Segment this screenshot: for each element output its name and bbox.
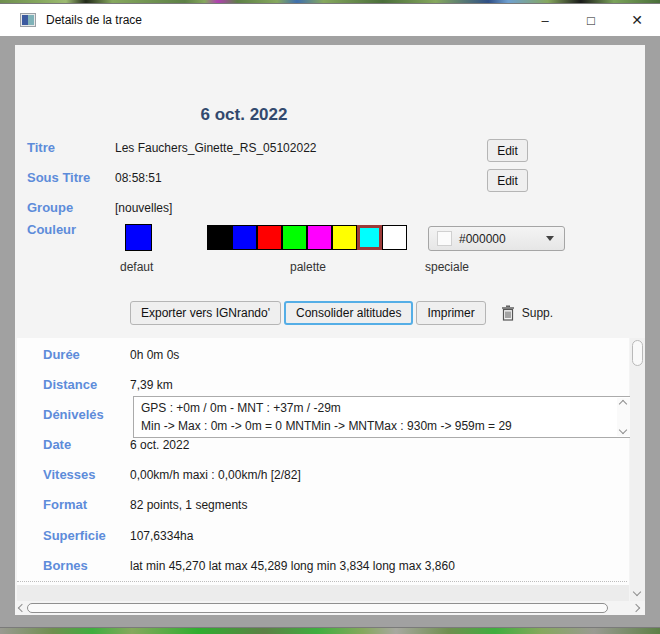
window-title: Details de la trace xyxy=(46,13,142,27)
date-label: Date xyxy=(43,437,71,452)
date-value: 6 oct. 2022 xyxy=(130,438,189,452)
stats-footer-band xyxy=(17,585,629,601)
groupe-label: Groupe xyxy=(27,200,73,215)
scroll-down-icon[interactable] xyxy=(619,426,627,434)
palette-swatch-3[interactable] xyxy=(282,225,307,250)
scroll-down-icon[interactable] xyxy=(633,588,641,596)
horizontal-scrollbar-thumb[interactable] xyxy=(27,603,608,613)
supp-label: Supp. xyxy=(522,306,553,320)
deniveles-scrollbar[interactable] xyxy=(617,398,631,436)
scroll-up-icon[interactable] xyxy=(619,400,627,408)
groupe-value: [nouvelles] xyxy=(115,201,172,215)
vertical-scrollbar[interactable] xyxy=(630,338,645,601)
speciale-color-preview xyxy=(437,231,452,246)
consolider-altitudes-button[interactable]: Consolider altitudes xyxy=(284,301,413,325)
supprimer-control[interactable]: Supp. xyxy=(501,305,553,321)
palette-swatch-2[interactable] xyxy=(257,225,282,250)
chevron-down-icon xyxy=(546,236,554,241)
palette-swatch-4[interactable] xyxy=(307,225,332,250)
actions-row: Exporter vers IGNrando' Consolider altit… xyxy=(130,301,553,325)
trash-icon[interactable] xyxy=(501,305,515,321)
track-date-header: 6 oct. 2022 xyxy=(15,105,473,125)
format-label: Format xyxy=(43,497,87,512)
deniveles-line2: Min -> Max : 0m -> 0m = 0 MNTMin -> MNTM… xyxy=(141,417,614,435)
defaut-caption: defaut xyxy=(120,260,153,274)
palette-swatches xyxy=(207,225,407,250)
superficie-label: Superficie xyxy=(43,528,106,543)
titlebar-controls: – □ ✕ xyxy=(522,4,660,36)
background-map-bottom xyxy=(0,627,660,634)
defaut-swatch[interactable] xyxy=(125,224,152,251)
superficie-value: 107,6334ha xyxy=(130,529,193,543)
vitesses-label: Vitesses xyxy=(43,467,96,482)
deniveles-textbox[interactable]: GPS : +0m / 0m - MNT : +37m / -29m Min -… xyxy=(133,396,633,438)
sous-titre-label: Sous Titre xyxy=(27,170,90,185)
app-icon xyxy=(20,12,36,28)
minimize-button[interactable]: – xyxy=(522,4,568,36)
palette-swatch-0[interactable] xyxy=(207,225,232,250)
vitesses-value: 0,00km/h maxi : 0,00km/h [2/82] xyxy=(130,468,301,482)
duree-value: 0h 0m 0s xyxy=(130,348,179,362)
title-bar: Details de la trace – □ ✕ xyxy=(0,4,660,36)
palette-swatch-1[interactable] xyxy=(232,225,257,250)
couleur-label: Couleur xyxy=(27,222,76,237)
scroll-left-icon[interactable] xyxy=(18,604,26,612)
sous-titre-value: 08:58:51 xyxy=(115,171,162,185)
format-value: 82 points, 1 segments xyxy=(130,498,247,512)
bornes-value: lat min 45,270 lat max 45,289 long min 3… xyxy=(130,559,455,573)
list-divider xyxy=(17,581,627,582)
distance-value: 7,39 km xyxy=(130,378,173,392)
dialog-panel: 6 oct. 2022 Titre Les Fauchers_Ginette_R… xyxy=(15,45,645,615)
palette-swatch-6[interactable] xyxy=(357,225,382,250)
speciale-color-value: #000000 xyxy=(459,232,506,246)
titre-value: Les Fauchers_Ginette_RS_05102022 xyxy=(115,141,316,155)
details-trace-dialog: Details de la trace – □ ✕ 6 oct. 2022 Ti… xyxy=(0,4,660,627)
imprimer-button[interactable]: Imprimer xyxy=(416,301,485,325)
scroll-right-icon[interactable] xyxy=(632,604,640,612)
close-button[interactable]: ✕ xyxy=(614,4,660,36)
horizontal-scrollbar[interactable] xyxy=(15,602,645,614)
speciale-caption: speciale xyxy=(425,260,469,274)
export-ignrando-button[interactable]: Exporter vers IGNrando' xyxy=(130,301,281,325)
deniveles-label: Dénivelés xyxy=(43,407,104,422)
titre-label: Titre xyxy=(27,140,55,155)
speciale-color-dropdown[interactable]: #000000 xyxy=(428,226,565,251)
palette-caption: palette xyxy=(207,260,409,274)
stats-background xyxy=(17,338,629,585)
edit-sous-titre-button[interactable]: Edit xyxy=(487,169,528,192)
palette-swatch-7[interactable] xyxy=(382,225,407,250)
vertical-scrollbar-thumb[interactable] xyxy=(632,340,643,366)
palette-swatch-5[interactable] xyxy=(332,225,357,250)
deniveles-line1: GPS : +0m / 0m - MNT : +37m / -29m xyxy=(141,399,614,417)
edit-titre-button[interactable]: Edit xyxy=(487,139,528,162)
distance-label: Distance xyxy=(43,377,97,392)
bornes-label: Bornes xyxy=(43,558,88,573)
maximize-button[interactable]: □ xyxy=(568,4,614,36)
duree-label: Durée xyxy=(43,347,80,362)
